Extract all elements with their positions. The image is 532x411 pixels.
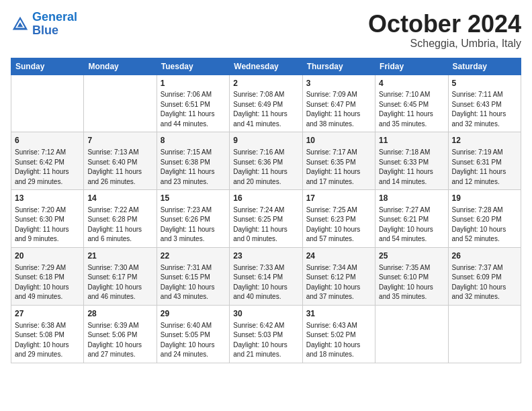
day-info: Sunrise: 7:30 AMSunset: 6:17 PMDaylight:… [87, 263, 152, 302]
day-info: Sunrise: 7:09 AMSunset: 6:47 PMDaylight:… [306, 90, 371, 129]
day-info: Sunrise: 7:10 AMSunset: 6:45 PMDaylight:… [379, 90, 444, 129]
day-number: 1 [161, 78, 226, 89]
page-header: General Blue October 2024 Scheggia, Umbr… [11, 11, 521, 50]
day-number: 31 [306, 308, 371, 320]
day-number: 29 [161, 308, 226, 320]
calendar-cell: 26Sunrise: 7:37 AMSunset: 6:09 PMDayligh… [448, 247, 521, 305]
calendar-week-row: 13Sunrise: 7:20 AMSunset: 6:30 PMDayligh… [11, 190, 521, 248]
day-number: 21 [87, 250, 152, 262]
logo-icon [11, 15, 30, 34]
calendar-week-row: 1Sunrise: 7:06 AMSunset: 6:51 PMDaylight… [11, 75, 521, 132]
calendar-cell: 25Sunrise: 7:35 AMSunset: 6:10 PMDayligh… [375, 247, 448, 305]
day-info: Sunrise: 7:20 AMSunset: 6:30 PMDaylight:… [15, 205, 80, 244]
calendar-cell: 5Sunrise: 7:11 AMSunset: 6:43 PMDaylight… [448, 75, 521, 132]
calendar-week-row: 27Sunrise: 6:38 AMSunset: 5:08 PMDayligh… [11, 305, 521, 363]
day-info: Sunrise: 7:23 AMSunset: 6:26 PMDaylight:… [161, 205, 226, 244]
day-info: Sunrise: 6:42 AMSunset: 5:03 PMDaylight:… [233, 321, 298, 360]
day-info: Sunrise: 7:06 AMSunset: 6:51 PMDaylight:… [161, 90, 226, 129]
title-block: October 2024 Scheggia, Umbria, Italy [368, 11, 521, 50]
day-info: Sunrise: 7:16 AMSunset: 6:36 PMDaylight:… [233, 148, 298, 187]
day-header-sunday: Sunday [11, 58, 84, 75]
day-number: 22 [161, 250, 226, 262]
day-number: 28 [87, 308, 152, 320]
day-number: 7 [87, 135, 152, 146]
day-header-monday: Monday [84, 58, 157, 75]
day-number: 5 [452, 78, 517, 89]
day-number: 23 [233, 250, 298, 262]
calendar-cell: 27Sunrise: 6:38 AMSunset: 5:08 PMDayligh… [11, 305, 84, 363]
calendar-cell: 14Sunrise: 7:22 AMSunset: 6:28 PMDayligh… [84, 190, 157, 248]
day-number: 10 [306, 135, 371, 146]
day-info: Sunrise: 7:37 AMSunset: 6:09 PMDaylight:… [452, 263, 517, 302]
day-info: Sunrise: 7:13 AMSunset: 6:40 PMDaylight:… [87, 148, 152, 187]
calendar-cell: 20Sunrise: 7:29 AMSunset: 6:18 PMDayligh… [11, 247, 84, 305]
day-number: 12 [452, 135, 517, 146]
calendar-cell: 7Sunrise: 7:13 AMSunset: 6:40 PMDaylight… [84, 132, 157, 190]
day-number: 16 [233, 193, 298, 204]
calendar-cell: 17Sunrise: 7:25 AMSunset: 6:23 PMDayligh… [302, 190, 375, 248]
day-info: Sunrise: 7:29 AMSunset: 6:18 PMDaylight:… [15, 263, 80, 302]
day-number: 26 [452, 250, 517, 262]
day-info: Sunrise: 7:15 AMSunset: 6:38 PMDaylight:… [161, 148, 226, 187]
day-number: 3 [306, 78, 371, 89]
day-info: Sunrise: 6:40 AMSunset: 5:05 PMDaylight:… [161, 321, 226, 360]
calendar-cell: 13Sunrise: 7:20 AMSunset: 6:30 PMDayligh… [11, 190, 84, 248]
calendar-cell: 1Sunrise: 7:06 AMSunset: 6:51 PMDaylight… [157, 75, 229, 132]
calendar-cell: 16Sunrise: 7:24 AMSunset: 6:25 PMDayligh… [230, 190, 302, 248]
day-info: Sunrise: 7:27 AMSunset: 6:21 PMDaylight:… [379, 205, 444, 244]
day-info: Sunrise: 6:38 AMSunset: 5:08 PMDaylight:… [15, 321, 80, 360]
day-number: 30 [233, 308, 298, 320]
day-info: Sunrise: 7:08 AMSunset: 6:49 PMDaylight:… [233, 90, 298, 129]
day-number: 19 [452, 193, 517, 204]
day-number: 4 [379, 78, 444, 89]
day-number: 2 [233, 78, 298, 89]
logo-line1: General [32, 10, 77, 24]
day-header-wednesday: Wednesday [230, 58, 302, 75]
day-number: 27 [15, 308, 80, 320]
day-info: Sunrise: 7:24 AMSunset: 6:25 PMDaylight:… [233, 205, 298, 244]
day-info: Sunrise: 7:28 AMSunset: 6:20 PMDaylight:… [452, 205, 517, 244]
day-header-friday: Friday [375, 58, 448, 75]
calendar-cell: 24Sunrise: 7:34 AMSunset: 6:12 PMDayligh… [302, 247, 375, 305]
calendar-cell [448, 305, 521, 363]
calendar-cell: 9Sunrise: 7:16 AMSunset: 6:36 PMDaylight… [230, 132, 302, 190]
calendar-cell: 18Sunrise: 7:27 AMSunset: 6:21 PMDayligh… [375, 190, 448, 248]
day-number: 11 [379, 135, 444, 146]
calendar-cell: 19Sunrise: 7:28 AMSunset: 6:20 PMDayligh… [448, 190, 521, 248]
day-header-saturday: Saturday [448, 58, 521, 75]
day-info: Sunrise: 7:22 AMSunset: 6:28 PMDaylight:… [87, 205, 152, 244]
day-info: Sunrise: 7:31 AMSunset: 6:15 PMDaylight:… [161, 263, 226, 302]
day-info: Sunrise: 7:18 AMSunset: 6:33 PMDaylight:… [379, 148, 444, 187]
calendar-cell: 22Sunrise: 7:31 AMSunset: 6:15 PMDayligh… [157, 247, 229, 305]
day-info: Sunrise: 7:17 AMSunset: 6:35 PMDaylight:… [306, 148, 371, 187]
day-info: Sunrise: 7:25 AMSunset: 6:23 PMDaylight:… [306, 205, 371, 244]
calendar-cell [84, 75, 157, 132]
logo-line2: Blue [32, 24, 58, 37]
calendar-week-row: 6Sunrise: 7:12 AMSunset: 6:42 PMDaylight… [11, 132, 521, 190]
calendar-header-row: SundayMondayTuesdayWednesdayThursdayFrid… [11, 58, 521, 75]
day-info: Sunrise: 7:11 AMSunset: 6:43 PMDaylight:… [452, 90, 517, 129]
calendar-cell: 28Sunrise: 6:39 AMSunset: 5:06 PMDayligh… [84, 305, 157, 363]
day-number: 13 [15, 193, 80, 204]
day-header-tuesday: Tuesday [157, 58, 229, 75]
calendar-table: SundayMondayTuesdayWednesdayThursdayFrid… [11, 58, 521, 363]
calendar-week-row: 20Sunrise: 7:29 AMSunset: 6:18 PMDayligh… [11, 247, 521, 305]
calendar-cell: 21Sunrise: 7:30 AMSunset: 6:17 PMDayligh… [84, 247, 157, 305]
location-title: Scheggia, Umbria, Italy [368, 38, 521, 50]
day-number: 15 [161, 193, 226, 204]
day-header-thursday: Thursday [302, 58, 375, 75]
day-info: Sunrise: 6:39 AMSunset: 5:06 PMDaylight:… [87, 321, 152, 360]
calendar-cell: 15Sunrise: 7:23 AMSunset: 6:26 PMDayligh… [157, 190, 229, 248]
day-number: 24 [306, 250, 371, 262]
day-info: Sunrise: 7:19 AMSunset: 6:31 PMDaylight:… [452, 148, 517, 187]
day-number: 6 [15, 135, 80, 146]
calendar-cell: 31Sunrise: 6:43 AMSunset: 5:02 PMDayligh… [302, 305, 375, 363]
day-info: Sunrise: 7:12 AMSunset: 6:42 PMDaylight:… [15, 148, 80, 187]
calendar-cell: 11Sunrise: 7:18 AMSunset: 6:33 PMDayligh… [375, 132, 448, 190]
day-number: 20 [15, 250, 80, 262]
day-number: 8 [161, 135, 226, 146]
day-number: 25 [379, 250, 444, 262]
day-number: 18 [379, 193, 444, 204]
day-info: Sunrise: 7:34 AMSunset: 6:12 PMDaylight:… [306, 263, 371, 302]
calendar-cell: 2Sunrise: 7:08 AMSunset: 6:49 PMDaylight… [230, 75, 302, 132]
